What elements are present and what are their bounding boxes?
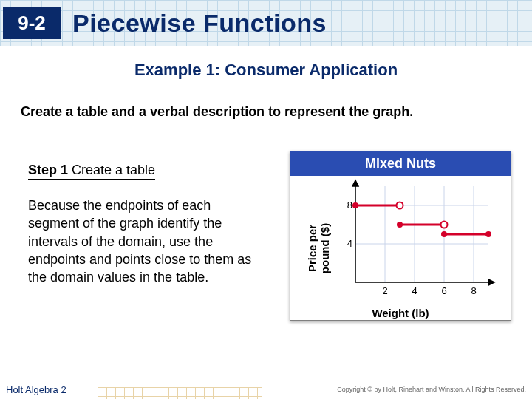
seg1-open-icon [397, 202, 403, 209]
header: 9-2 Piecewise Functions [0, 0, 532, 46]
y-axis-label: Price perpound ($) [306, 223, 331, 273]
footer: Holt Algebra 2 Copyright © by Holt, Rine… [0, 380, 532, 399]
x-ticks: 2 4 6 8 [382, 285, 476, 296]
svg-marker-8 [352, 180, 358, 186]
lesson-number-box: 9-2 [3, 7, 61, 39]
example-subtitle: Example 1: Consumer Application [0, 61, 532, 80]
seg3-closed-left-icon [441, 231, 447, 237]
step-1-line: Step 1 Create a table [28, 163, 155, 180]
footer-book-title: Holt Algebra 2 [6, 384, 66, 395]
seg1-closed-icon [352, 202, 358, 208]
y-ticks: 4 8 [347, 200, 352, 249]
graph-body: Price perpound ($) Weight (lb) 4 8 [290, 176, 511, 321]
graph-panel: Mixed Nuts Price perpound ($) Weight (lb… [290, 151, 511, 321]
graph-title: Mixed Nuts [290, 151, 511, 176]
lesson-title: Piecewise Functions [72, 9, 327, 38]
body-paragraph: Because the endpoints of each segment of… [28, 197, 257, 286]
step-label: Step 1 [28, 163, 68, 177]
seg3-closed-right-icon [485, 231, 491, 237]
x-tick-2: 2 [382, 285, 387, 296]
x-tick-8: 8 [471, 285, 476, 296]
x-tick-4: 4 [412, 285, 417, 296]
chart-svg: 4 8 2 4 6 8 [341, 179, 503, 304]
instruction-text: Create a table and a verbal description … [21, 103, 511, 120]
footer-copyright: Copyright © by Holt, Rinehart and Winsto… [337, 386, 526, 393]
step-text: Create a table [72, 163, 155, 177]
y-tick-4: 4 [347, 238, 352, 249]
seg2-closed-icon [397, 222, 403, 228]
svg-marker-10 [488, 279, 494, 285]
y-tick-8: 8 [347, 200, 352, 211]
x-axis-label: Weight (lb) [290, 307, 511, 319]
x-tick-6: 6 [441, 285, 446, 296]
seg2-open-icon [441, 222, 448, 228]
axes [352, 180, 494, 285]
